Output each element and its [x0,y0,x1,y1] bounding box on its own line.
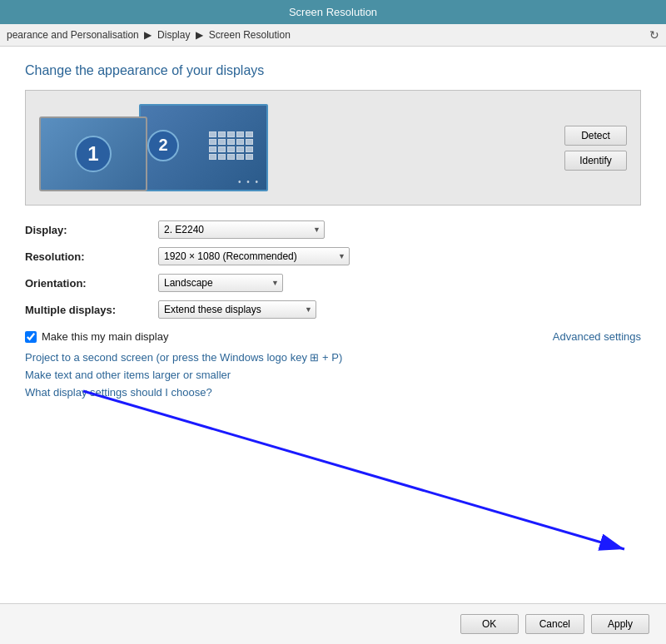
detect-button[interactable]: Detect [564,126,627,146]
breadcrumb-text: pearance and Personalisation ▶ Display ▶… [7,29,291,41]
orientation-row: Orientation: Landscape Portrait Landscap… [25,274,641,292]
links-section: Project to a second screen (or press the… [25,351,641,399]
form-fields: Display: 1. Generic PnP Monitor 2. E2240… [25,220,641,319]
project-link-text: Project to a second screen (or press the… [25,351,342,364]
apply-button[interactable]: Apply [591,614,649,634]
display-settings-link[interactable]: What display settings should I choose? [25,386,641,399]
page-wrapper: Screen Resolution pearance and Personali… [0,0,666,644]
project-link[interactable]: Project to a second screen (or press the… [25,351,641,364]
monitor-2[interactable]: 2 [139,104,268,191]
breadcrumb-path: pearance and Personalisation ▶ Display ▶… [7,29,291,41]
detect-identify-buttons: Detect Identify [564,126,627,171]
resolution-select[interactable]: 1920 × 1080 (Recommended) 1680 × 1050 14… [158,247,350,265]
identify-button[interactable]: Identify [564,151,627,171]
multiple-displays-label: Multiple displays: [25,304,158,316]
checkbox-left: Make this my main display [25,330,168,343]
checkbox-label: Make this my main display [42,330,168,343]
refresh-icon[interactable]: ↻ [649,28,659,42]
multiple-displays-select[interactable]: Extend these displays Duplicate these di… [158,300,316,319]
text-size-link[interactable]: Make text and other items larger or smal… [25,369,641,381]
orientation-select-wrapper: Landscape Portrait Landscape (flipped) P… [158,274,283,292]
orientation-label: Orientation: [25,277,158,290]
display-preview-container: 1 2 [25,90,641,206]
title-bar: Screen Resolution [0,0,666,24]
main-display-checkbox[interactable] [25,331,37,343]
page-heading: Change the appearance of your displays [25,63,641,78]
monitor-2-number: 2 [147,130,179,161]
multiple-displays-select-wrapper: Extend these displays Duplicate these di… [158,300,316,319]
display-select[interactable]: 1. Generic PnP Monitor 2. E2240 [158,220,325,239]
ok-button[interactable]: OK [460,614,519,634]
monitors-area: 1 2 [39,104,268,191]
monitor-1[interactable]: 1 [39,116,147,191]
multiple-displays-row: Multiple displays: Extend these displays… [25,300,641,319]
display-select-wrapper: 1. Generic PnP Monitor 2. E2240 [158,220,325,239]
monitor-dots: • • • [238,177,260,186]
bottom-buttons-section: OK Cancel Apply [0,603,666,644]
orientation-select[interactable]: Landscape Portrait Landscape (flipped) P… [158,274,283,292]
advanced-settings-link[interactable]: Advanced settings [553,330,641,343]
display-row: Display: 1. Generic PnP Monitor 2. E2240 [25,220,641,239]
monitor-1-number: 1 [75,136,112,172]
resolution-select-wrapper: 1920 × 1080 (Recommended) 1680 × 1050 14… [158,247,350,265]
resolution-row: Resolution: 1920 × 1080 (Recommended) 16… [25,247,641,265]
checkbox-row: Make this my main display Advanced setti… [25,330,641,343]
main-content: Change the appearance of your displays 1… [0,47,666,465]
monitor-grid [209,131,253,160]
monitor-2-content: 2 [141,123,266,161]
display-label: Display: [25,224,158,236]
breadcrumb-bar: pearance and Personalisation ▶ Display ▶… [0,24,666,47]
title-bar-label: Screen Resolution [289,6,377,18]
resolution-label: Resolution: [25,250,158,263]
cancel-button[interactable]: Cancel [525,614,584,634]
